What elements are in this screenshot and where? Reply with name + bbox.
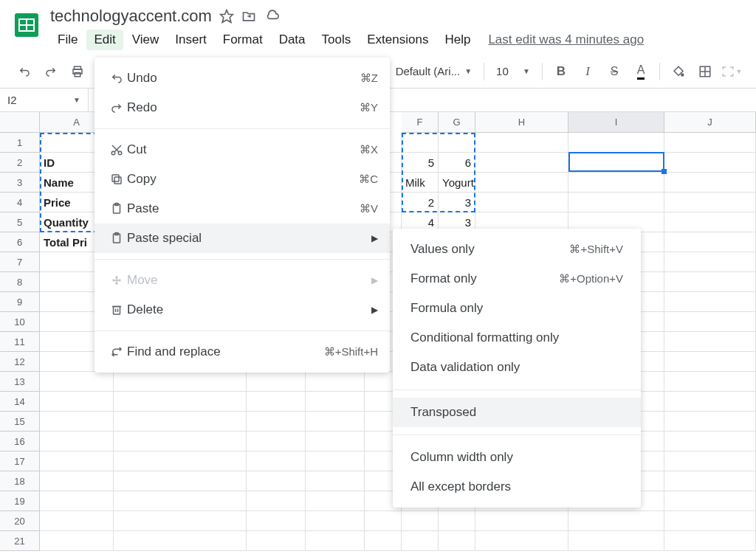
borders-button[interactable] xyxy=(693,60,718,83)
row-header[interactable]: 6 xyxy=(0,232,40,252)
row-header[interactable]: 19 xyxy=(0,491,40,511)
column-header[interactable]: F xyxy=(402,112,439,133)
cell[interactable] xyxy=(40,511,114,531)
cell[interactable] xyxy=(664,451,756,471)
text-color-button[interactable]: A xyxy=(628,60,653,83)
cloud-status-icon[interactable] xyxy=(264,9,280,24)
paste-conditional-formatting[interactable]: Conditional formatting only xyxy=(393,323,641,353)
cell[interactable] xyxy=(475,153,568,173)
cell[interactable] xyxy=(664,212,756,232)
cell[interactable] xyxy=(40,372,114,392)
cell[interactable] xyxy=(114,491,247,511)
cell[interactable] xyxy=(664,173,756,193)
paste-values-only[interactable]: Values only ⌘+Shift+V xyxy=(393,235,641,264)
paste-formula-only[interactable]: Formula only xyxy=(393,294,641,323)
cell[interactable] xyxy=(568,511,664,531)
row-header[interactable]: 17 xyxy=(0,451,40,471)
menu-data[interactable]: Data xyxy=(272,30,313,50)
menu-format[interactable]: Format xyxy=(216,30,270,50)
row-header[interactable]: 4 xyxy=(0,193,40,212)
cell[interactable] xyxy=(365,531,402,551)
cell[interactable] xyxy=(306,471,365,491)
row-header[interactable]: 7 xyxy=(0,252,40,272)
cell[interactable] xyxy=(40,392,114,412)
cell[interactable]: 5 xyxy=(402,153,439,173)
row-header[interactable]: 12 xyxy=(0,352,40,372)
edit-undo[interactable]: Undo ⌘Z xyxy=(94,63,390,93)
cell[interactable] xyxy=(664,432,756,451)
edit-paste[interactable]: Paste ⌘V xyxy=(94,194,390,224)
cell[interactable] xyxy=(664,471,756,491)
cell[interactable] xyxy=(114,372,247,392)
cell[interactable] xyxy=(568,173,664,193)
cell[interactable] xyxy=(439,511,475,531)
menu-view[interactable]: View xyxy=(125,30,167,50)
cell[interactable] xyxy=(568,153,664,173)
cell[interactable] xyxy=(247,392,306,412)
row-header[interactable]: 3 xyxy=(0,173,40,193)
cell[interactable] xyxy=(664,332,756,352)
menu-insert[interactable]: Insert xyxy=(168,30,214,50)
cell[interactable] xyxy=(114,451,247,471)
cell[interactable] xyxy=(40,432,114,451)
cell[interactable] xyxy=(568,531,664,551)
cell[interactable] xyxy=(439,133,475,153)
cell[interactable] xyxy=(664,312,756,332)
cell[interactable] xyxy=(402,133,439,153)
cell[interactable]: Milk xyxy=(402,173,439,193)
cell[interactable] xyxy=(475,511,568,531)
cell[interactable] xyxy=(664,352,756,372)
active-cell-handle[interactable] xyxy=(662,169,667,174)
merge-cells-button[interactable]: ▼ xyxy=(719,60,744,83)
menu-help[interactable]: Help xyxy=(437,30,478,50)
edit-paste-special[interactable]: Paste special ▶ xyxy=(94,224,390,253)
cell[interactable] xyxy=(402,531,439,551)
cell[interactable] xyxy=(247,432,306,451)
paste-column-width[interactable]: Column width only xyxy=(393,443,641,472)
strikethrough-button[interactable]: S xyxy=(602,60,627,83)
cell[interactable] xyxy=(114,392,247,412)
cell[interactable] xyxy=(247,451,306,471)
edit-cut[interactable]: Cut ⌘X xyxy=(94,135,390,165)
row-header[interactable]: 5 xyxy=(0,212,40,232)
row-header[interactable]: 1 xyxy=(0,133,40,153)
cell[interactable] xyxy=(664,372,756,392)
cell[interactable] xyxy=(475,173,568,193)
edit-redo[interactable]: Redo ⌘Y xyxy=(94,93,390,122)
cell[interactable]: Yogurt xyxy=(439,173,475,193)
row-header[interactable]: 2 xyxy=(0,153,40,173)
document-title[interactable]: technologyaccent.com xyxy=(50,7,212,26)
cell[interactable] xyxy=(664,392,756,412)
cell[interactable] xyxy=(664,531,756,551)
cell[interactable] xyxy=(306,451,365,471)
last-edit-link[interactable]: Last edit was 4 minutes ago xyxy=(488,32,644,47)
column-header[interactable]: H xyxy=(475,112,568,133)
cell[interactable] xyxy=(114,531,247,551)
cell[interactable] xyxy=(247,471,306,491)
star-icon[interactable] xyxy=(219,9,234,24)
row-header[interactable]: 11 xyxy=(0,332,40,352)
undo-button[interactable] xyxy=(12,60,37,83)
row-header[interactable]: 15 xyxy=(0,412,40,432)
cell[interactable] xyxy=(664,412,756,432)
cell[interactable] xyxy=(114,412,247,432)
edit-find-replace[interactable]: Find and replace ⌘+Shift+H xyxy=(94,337,390,367)
column-header[interactable]: I xyxy=(568,112,664,133)
fill-color-button[interactable] xyxy=(666,60,691,83)
cell[interactable] xyxy=(40,531,114,551)
cell[interactable] xyxy=(114,511,247,531)
row-header[interactable]: 10 xyxy=(0,312,40,332)
paste-all-except-borders[interactable]: All except borders xyxy=(393,472,641,502)
cell[interactable] xyxy=(247,412,306,432)
row-header[interactable]: 20 xyxy=(0,511,40,531)
cell[interactable] xyxy=(306,511,365,531)
print-button[interactable] xyxy=(65,60,90,83)
cell[interactable] xyxy=(664,153,756,173)
redo-button[interactable] xyxy=(38,60,63,83)
cell[interactable] xyxy=(439,531,475,551)
edit-delete[interactable]: Delete ▶ xyxy=(94,295,390,325)
cell[interactable] xyxy=(40,491,114,511)
cell[interactable] xyxy=(664,193,756,212)
cell[interactable] xyxy=(306,432,365,451)
paste-format-only[interactable]: Format only ⌘+Option+V xyxy=(393,264,641,294)
